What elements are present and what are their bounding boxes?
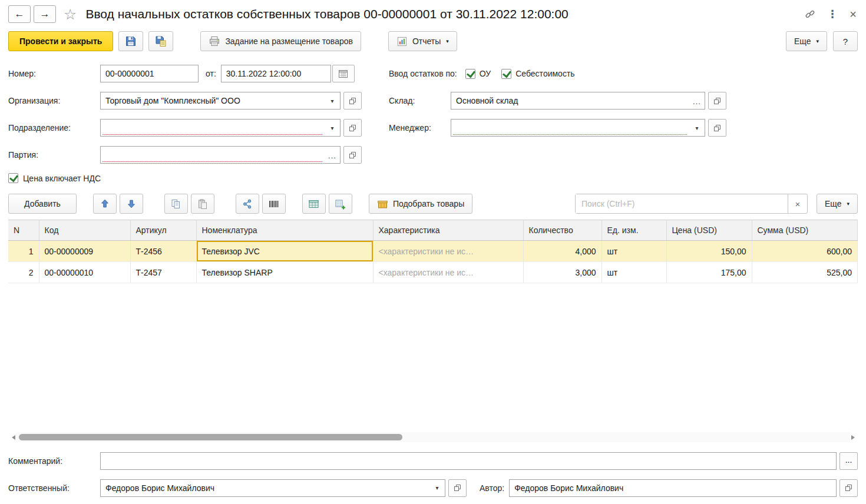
division-input[interactable] <box>101 120 325 136</box>
related-actions-button[interactable] <box>236 194 259 214</box>
cell-price[interactable]: 175,00 <box>666 262 752 283</box>
goods-box-icon <box>377 198 388 210</box>
cell-unit[interactable]: шт <box>601 262 666 283</box>
cell-sum[interactable]: 525,00 <box>752 262 858 283</box>
forward-arrow-icon: → <box>40 8 50 20</box>
cell-characteristic[interactable]: <характеристики не ис… <box>373 241 523 262</box>
items-toolbar: Добавить <box>0 190 866 217</box>
fill-table-button[interactable] <box>302 194 326 214</box>
search-clear-button[interactable]: × <box>788 194 807 213</box>
cell-unit[interactable]: шт <box>601 241 666 262</box>
organization-open-button[interactable] <box>343 92 362 110</box>
responsible-input[interactable] <box>101 480 429 496</box>
col-header-unit[interactable]: Ед. изм. <box>601 220 666 241</box>
post-and-close-button[interactable]: Провести и закрыть <box>8 31 113 51</box>
reports-button[interactable]: Отчеты ▾ <box>388 31 457 51</box>
add-row-button[interactable]: Добавить <box>8 194 77 214</box>
printer-icon <box>209 35 220 47</box>
copy-rows-button[interactable] <box>164 194 188 214</box>
scrollbar-track[interactable] <box>16 432 850 442</box>
calendar-button[interactable] <box>332 65 355 82</box>
table-settings-icon <box>308 198 319 210</box>
link-button[interactable] <box>805 9 815 19</box>
warehouse-select-button[interactable]: ... <box>689 92 705 109</box>
organization-dropdown-button[interactable]: ▾ <box>325 92 340 109</box>
balances-label: Ввод остатков по: <box>389 69 457 78</box>
placement-task-button[interactable]: Задание на размещение товаров <box>200 31 361 51</box>
open-icon <box>349 124 356 132</box>
comment-input[interactable] <box>101 453 836 469</box>
reports-icon <box>396 36 408 47</box>
col-header-quantity[interactable]: Количество <box>523 220 601 241</box>
cell-article[interactable]: Т-2457 <box>130 262 196 283</box>
number-label: Номер: <box>8 69 100 78</box>
batch-input[interactable] <box>101 147 325 163</box>
batch-select-button[interactable]: ... <box>325 147 340 163</box>
table-row[interactable]: 2 00-00000010 Т-2457 Телевизор SHARP <ха… <box>8 262 858 283</box>
organization-input[interactable] <box>101 92 325 109</box>
number-input[interactable] <box>101 65 198 82</box>
cell-characteristic[interactable]: <характеристики не ис… <box>373 262 523 283</box>
col-header-characteristic[interactable]: Характеристика <box>373 220 523 241</box>
pick-goods-label: Подобрать товары <box>393 199 464 208</box>
forward-button[interactable]: → <box>34 5 56 23</box>
manager-input[interactable] <box>451 120 689 136</box>
warehouse-open-button[interactable] <box>708 92 726 110</box>
author-input[interactable] <box>510 480 836 496</box>
table-row[interactable]: 1 00-00000009 Т-2456 Телевизор JVC <хара… <box>8 241 858 262</box>
more-button-top[interactable]: Еще ▾ <box>786 31 827 51</box>
barcode-button[interactable] <box>262 194 286 214</box>
division-open-button[interactable] <box>343 119 362 137</box>
search-input[interactable] <box>576 194 788 213</box>
cell-line-number[interactable]: 2 <box>8 262 39 283</box>
comment-ellipsis-button[interactable]: ... <box>839 452 858 470</box>
cell-code[interactable]: 00-00000009 <box>39 241 130 262</box>
move-up-button[interactable] <box>93 194 117 214</box>
author-open-button[interactable] <box>839 479 858 497</box>
col-header-nomenclature[interactable]: Номенклатура <box>196 220 373 241</box>
save-button[interactable] <box>118 31 143 51</box>
cell-article[interactable]: Т-2456 <box>130 241 196 262</box>
add-rows-button[interactable] <box>329 194 352 214</box>
col-header-n[interactable]: N <box>8 220 39 241</box>
post-button[interactable] <box>148 31 173 51</box>
vat-included-checkbox[interactable] <box>8 173 18 183</box>
document-footer: Комментарий: ... Ответственный: ▾ Автор: <box>0 442 866 504</box>
col-header-code[interactable]: Код <box>39 220 130 241</box>
cell-nomenclature-selected[interactable]: Телевизор JVC <box>196 241 373 262</box>
cell-price[interactable]: 150,00 <box>666 241 752 262</box>
col-header-article[interactable]: Артикул <box>130 220 196 241</box>
division-dropdown-button[interactable]: ▾ <box>325 120 340 136</box>
cost-checkbox[interactable] <box>501 69 511 79</box>
cell-line-number[interactable]: 1 <box>8 241 39 262</box>
window-menu-button[interactable]: ⋮ <box>827 8 838 21</box>
responsible-open-button[interactable] <box>448 479 467 497</box>
ou-checkbox[interactable] <box>465 69 475 79</box>
back-button[interactable]: ← <box>8 5 31 23</box>
cell-quantity[interactable]: 3,000 <box>523 262 601 283</box>
cell-quantity[interactable]: 4,000 <box>523 241 601 262</box>
cell-nomenclature[interactable]: Телевизор SHARP <box>196 262 373 283</box>
more-button-table[interactable]: Еще ▾ <box>817 194 858 214</box>
scrollbar-thumb[interactable] <box>19 434 402 440</box>
pick-goods-button[interactable]: Подобрать товары <box>369 194 472 214</box>
col-header-price[interactable]: Цена (USD) <box>666 220 752 241</box>
cell-code[interactable]: 00-00000010 <box>39 262 130 283</box>
warehouse-field: ... <box>451 92 705 110</box>
col-header-sum[interactable]: Сумма (USD) <box>752 220 858 241</box>
scroll-right-button[interactable] <box>850 432 858 442</box>
close-button[interactable]: × <box>850 8 857 21</box>
more-label: Еще <box>794 37 811 46</box>
responsible-dropdown-button[interactable]: ▾ <box>429 480 445 496</box>
warehouse-input[interactable] <box>451 92 689 109</box>
favorite-star-icon[interactable]: ☆ <box>64 7 77 22</box>
manager-open-button[interactable] <box>708 119 726 137</box>
date-input[interactable] <box>222 65 330 82</box>
scroll-left-button[interactable] <box>8 432 16 442</box>
paste-rows-button[interactable] <box>191 194 214 214</box>
cell-sum[interactable]: 600,00 <box>752 241 858 262</box>
manager-dropdown-button[interactable]: ▾ <box>689 120 705 136</box>
batch-open-button[interactable] <box>343 146 362 164</box>
move-down-button[interactable] <box>120 194 143 214</box>
help-button[interactable]: ? <box>833 31 858 51</box>
